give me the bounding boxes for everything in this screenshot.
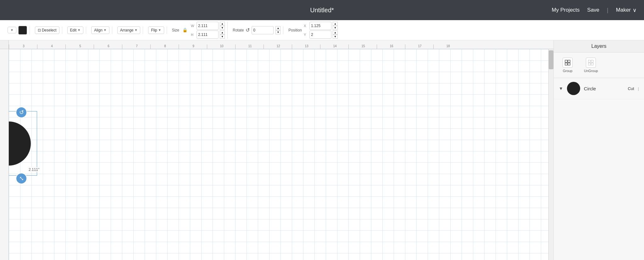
width-increment[interactable]: ▲ <box>220 22 225 26</box>
layer-name: Circle <box>584 86 624 91</box>
canvas-area[interactable]: 3456789101112131415161718 ↺ ⤡ 2.111" <box>0 40 553 260</box>
height-row: H ▲ ▼ <box>191 31 225 39</box>
height-input[interactable] <box>197 31 219 39</box>
height-decrement[interactable]: ▼ <box>220 35 225 39</box>
save-button[interactable]: Save <box>587 7 599 13</box>
y-decrement[interactable]: ▼ <box>333 35 338 39</box>
rotate-icon: ↺ <box>246 27 250 33</box>
x-decrement[interactable]: ▼ <box>333 26 338 30</box>
x-input[interactable] <box>309 22 331 30</box>
svg-rect-3 <box>568 63 570 65</box>
layer-expand-icon[interactable]: ▼ <box>559 86 563 91</box>
dimension-label: 2.111" <box>28 167 40 172</box>
lock-icon: 🔒 <box>182 28 188 32</box>
svg-rect-2 <box>565 63 567 65</box>
scrollbar-thumb[interactable] <box>549 50 553 69</box>
group-button[interactable]: Group <box>559 56 576 75</box>
svg-rect-5 <box>591 60 593 62</box>
layer-cut-label: Cut <box>628 86 634 91</box>
grid-canvas[interactable]: ↺ ⤡ 2.111" <box>9 49 548 260</box>
x-row: X ▲ ▼ <box>304 22 338 30</box>
rotate-handle[interactable]: ↺ <box>16 107 27 118</box>
edit-group: Edit ▼ <box>65 26 86 34</box>
dropdown-arrow-icon: ▼ <box>10 28 14 32</box>
header: Untitled* My Projects Save | Maker ∨ <box>0 0 644 20</box>
maker-label: Maker <box>616 7 631 13</box>
y-input[interactable] <box>309 31 331 39</box>
height-spinners: ▲ ▼ <box>220 31 225 39</box>
lock-aspect-button[interactable]: 🔒 <box>181 26 189 34</box>
align-dropdown-icon: ▼ <box>103 28 107 32</box>
deselect-button[interactable]: ⊡ Deselect <box>35 26 59 34</box>
height-label: H <box>191 33 195 37</box>
layer-item-circle[interactable]: ▼ Circle Cut | <box>554 78 644 99</box>
y-label: Y <box>304 33 308 37</box>
position-inputs: X ▲ ▼ Y ▲ ▼ <box>304 22 338 39</box>
mode-group: ▼ <box>5 26 30 35</box>
svg-rect-7 <box>591 63 593 65</box>
ungroup-icon <box>586 58 596 68</box>
deselect-group: ⊡ Deselect <box>32 26 62 34</box>
arrange-dropdown-icon: ▼ <box>134 28 137 32</box>
panel-tabs: Group UnGroup <box>554 53 644 78</box>
group-icon <box>563 58 573 68</box>
align-group: Align ▼ <box>89 26 112 34</box>
toolbar: ▼ ⊡ Deselect Edit ▼ Align ▼ Arrange ▼ Fl… <box>0 20 644 40</box>
align-label: Align <box>94 28 103 32</box>
height-increment[interactable]: ▲ <box>220 31 225 35</box>
size-label: Size <box>172 28 179 32</box>
app-title: Untitled* <box>310 7 334 14</box>
svg-rect-1 <box>568 60 570 62</box>
flip-dropdown-icon: ▼ <box>158 28 161 32</box>
my-projects-button[interactable]: My Projects <box>552 7 580 13</box>
edit-label: Edit <box>70 28 77 32</box>
layer-sep: | <box>638 86 639 91</box>
rotate-handle-icon: ↺ <box>19 109 24 116</box>
x-spinners: ▲ ▼ <box>333 22 338 30</box>
position-group: Position X ▲ ▼ Y ▲ ▼ <box>286 22 340 39</box>
flip-group: Flip ▼ <box>146 26 167 34</box>
rotate-increment[interactable]: ▲ <box>275 26 280 30</box>
scrollbar-right[interactable] <box>548 49 553 260</box>
arrange-label: Arrange <box>120 28 134 32</box>
width-decrement[interactable]: ▼ <box>220 26 225 30</box>
rotate-group: Rotate ↺ ▲ ▼ <box>230 26 283 34</box>
x-increment[interactable]: ▲ <box>333 22 338 26</box>
ruler-corner <box>0 40 9 49</box>
scale-handle[interactable]: ⤡ <box>16 173 27 184</box>
edit-button[interactable]: Edit ▼ <box>67 26 84 34</box>
width-label: W <box>191 24 195 28</box>
svg-rect-6 <box>588 63 591 65</box>
size-group: Size 🔒 W ▲ ▼ H ▲ ▼ <box>169 22 228 39</box>
rotate-spinners: ▲ ▼ <box>275 26 280 34</box>
width-spinners: ▲ ▼ <box>220 22 225 30</box>
size-inputs: W ▲ ▼ H ▲ ▼ <box>191 22 225 39</box>
deselect-icon: ⊡ <box>38 28 41 32</box>
rotate-input[interactable] <box>252 26 274 34</box>
header-separator: | <box>607 7 608 14</box>
ruler-left <box>0 49 9 260</box>
flip-button[interactable]: Flip ▼ <box>148 26 164 34</box>
y-spinners: ▲ ▼ <box>333 31 338 39</box>
width-row: W ▲ ▼ <box>191 22 225 30</box>
align-button[interactable]: Align ▼ <box>91 26 109 34</box>
y-increment[interactable]: ▲ <box>333 31 338 35</box>
rotate-label: Rotate <box>233 28 244 32</box>
mode-dropdown[interactable]: ▼ <box>8 27 16 33</box>
main-content: 3456789101112131415161718 ↺ ⤡ 2.111" <box>0 40 644 260</box>
color-swatch[interactable] <box>18 26 27 35</box>
svg-rect-0 <box>565 60 567 62</box>
y-row: Y ▲ ▼ <box>304 31 338 39</box>
x-label: X <box>304 24 308 28</box>
arrange-group: Arrange ▼ <box>115 26 143 34</box>
flip-label: Flip <box>151 28 157 32</box>
group-label: Group <box>563 69 573 73</box>
maker-dropdown[interactable]: Maker ∨ <box>616 7 636 14</box>
deselect-label: Deselect <box>42 28 57 32</box>
rotate-decrement[interactable]: ▼ <box>275 30 280 34</box>
width-input[interactable] <box>197 22 219 30</box>
ungroup-button[interactable]: UnGroup <box>580 56 602 75</box>
layer-preview-circle <box>567 82 580 95</box>
arrange-button[interactable]: Arrange ▼ <box>117 26 141 34</box>
maker-arrow-icon: ∨ <box>633 7 636 14</box>
